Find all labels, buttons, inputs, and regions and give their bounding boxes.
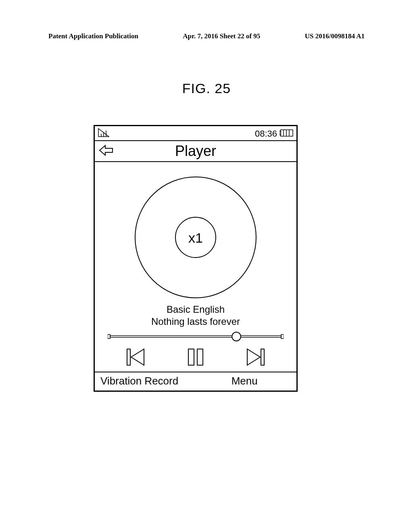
svg-rect-16: [127, 349, 130, 365]
previous-button[interactable]: [126, 348, 146, 368]
softkey-vibration-record[interactable]: Vibration Record: [100, 375, 219, 387]
svg-rect-18: [188, 349, 194, 365]
svg-marker-17: [131, 349, 144, 365]
player-content: x1 Basic English Nothing lasts forever: [95, 162, 296, 368]
header-center: Apr. 7, 2016 Sheet 22 of 95: [183, 32, 260, 40]
header-left: Patent Application Publication: [48, 32, 138, 40]
clock-text: 08:36: [255, 129, 277, 139]
svg-marker-9: [100, 145, 113, 155]
device-frame: 08:36 Player x1: [94, 125, 298, 392]
status-bar: 08:36: [95, 126, 296, 140]
svg-rect-13: [281, 335, 284, 339]
soft-key-bar: Vibration Record Menu: [95, 372, 296, 391]
svg-rect-5: [281, 130, 293, 136]
svg-rect-14: [110, 336, 281, 337]
battery-icon: [280, 129, 293, 139]
signal-icon: [98, 128, 109, 139]
next-button[interactable]: [246, 348, 265, 368]
speed-label: x1: [188, 230, 203, 245]
back-arrow-icon[interactable]: [99, 144, 114, 158]
page-header: Patent Application Publication Apr. 7, 2…: [48, 32, 365, 40]
disc-icon: x1: [102, 175, 289, 301]
page-title: Player: [95, 143, 296, 160]
figure-label: FIG. 25: [0, 81, 413, 96]
softkey-menu[interactable]: Menu: [232, 375, 291, 387]
album-title: Basic English: [102, 304, 289, 315]
svg-point-15: [232, 332, 241, 341]
svg-rect-12: [108, 335, 110, 339]
svg-rect-19: [197, 349, 203, 365]
pause-button[interactable]: [186, 348, 205, 368]
track-title: Nothing lasts forever: [102, 316, 289, 327]
svg-rect-21: [261, 349, 264, 365]
title-bar: Player: [95, 140, 296, 162]
header-right: US 2016/0098184 A1: [305, 32, 365, 40]
progress-slider[interactable]: [108, 331, 284, 343]
playback-controls: [126, 348, 265, 368]
svg-marker-20: [247, 349, 260, 365]
